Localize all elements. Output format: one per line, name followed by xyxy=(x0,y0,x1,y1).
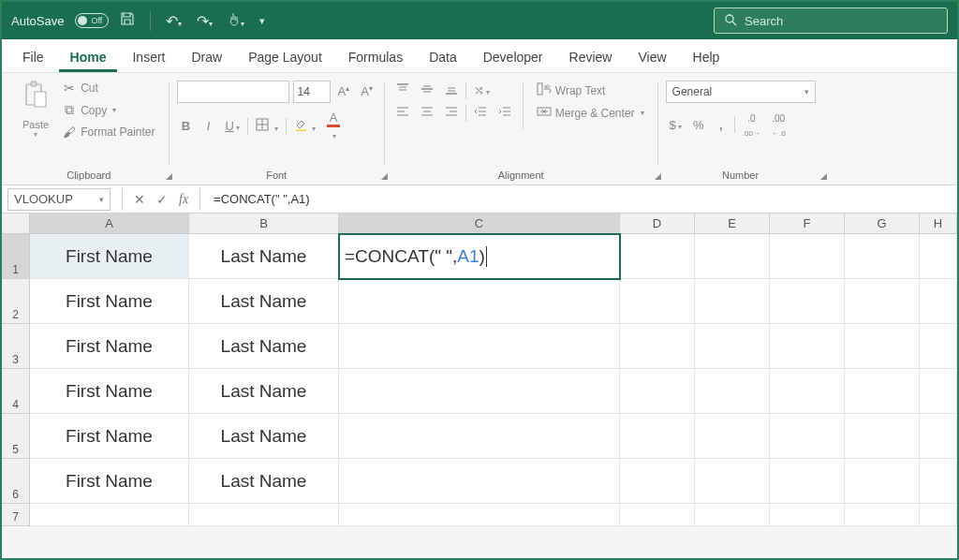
cell-A1[interactable]: First Name xyxy=(30,234,189,279)
cell[interactable] xyxy=(620,459,695,504)
number-format-select[interactable]: General ▾ xyxy=(666,81,816,103)
font-color-button[interactable]: A xyxy=(323,109,344,143)
cell-A5[interactable]: First Name xyxy=(30,414,189,459)
cell[interactable] xyxy=(770,504,845,526)
col-header-A[interactable]: A xyxy=(30,214,189,234)
search-input[interactable] xyxy=(745,14,937,28)
cell[interactable] xyxy=(845,279,920,324)
formula-input[interactable]: =CONCAT(" ",A1) xyxy=(206,192,957,206)
increase-decimal-icon[interactable]: .0.00→ xyxy=(739,109,764,140)
cell[interactable] xyxy=(920,279,957,324)
underline-button[interactable]: U xyxy=(222,117,243,135)
cell[interactable] xyxy=(770,369,845,414)
cell[interactable] xyxy=(339,369,620,414)
percent-button[interactable]: % xyxy=(689,116,708,134)
cell-A4[interactable]: First Name xyxy=(30,369,189,414)
select-all-corner[interactable] xyxy=(2,214,30,234)
cell[interactable] xyxy=(339,279,620,324)
bold-button[interactable]: B xyxy=(177,117,196,135)
font-size-select[interactable] xyxy=(293,81,331,103)
row-header[interactable]: 6 xyxy=(2,459,30,504)
align-middle-icon[interactable] xyxy=(417,81,437,100)
cell[interactable] xyxy=(845,504,920,526)
dialog-launcher-icon[interactable]: ◢ xyxy=(820,171,827,181)
decrease-indent-icon[interactable] xyxy=(470,103,491,123)
cell[interactable] xyxy=(695,369,770,414)
cell[interactable] xyxy=(845,234,920,279)
tab-file[interactable]: File xyxy=(11,42,55,72)
increase-font-icon[interactable]: A▴ xyxy=(334,82,354,100)
cell[interactable] xyxy=(339,324,620,369)
cell-B3[interactable]: Last Name xyxy=(189,324,339,369)
cancel-formula-icon[interactable]: ✕ xyxy=(128,192,151,207)
cell[interactable] xyxy=(339,459,620,504)
tab-developer[interactable]: Developer xyxy=(472,42,554,72)
cell-B2[interactable]: Last Name xyxy=(189,279,339,324)
italic-button[interactable]: I xyxy=(199,117,218,135)
decrease-decimal-icon[interactable]: .00←.0 xyxy=(768,109,789,140)
increase-indent-icon[interactable] xyxy=(494,103,515,123)
tab-insert[interactable]: Insert xyxy=(121,42,176,72)
cell[interactable] xyxy=(339,504,620,526)
align-center-icon[interactable] xyxy=(417,103,437,123)
cell[interactable] xyxy=(695,459,770,504)
cell[interactable] xyxy=(770,459,845,504)
tab-page-layout[interactable]: Page Layout xyxy=(237,42,333,72)
row-header[interactable]: 2 xyxy=(2,279,30,324)
cell[interactable] xyxy=(920,324,957,369)
cell[interactable] xyxy=(920,234,957,279)
col-header-H[interactable]: H xyxy=(920,214,957,234)
cell[interactable] xyxy=(770,234,845,279)
tab-home[interactable]: Home xyxy=(59,42,118,72)
row-header[interactable]: 1 xyxy=(2,234,30,279)
cell[interactable] xyxy=(620,234,695,279)
font-family-select[interactable] xyxy=(177,81,289,103)
cell-A6[interactable]: First Name xyxy=(30,459,189,504)
tab-help[interactable]: Help xyxy=(682,42,731,72)
cell-B4[interactable]: Last Name xyxy=(189,369,339,414)
col-header-D[interactable]: D xyxy=(620,214,695,234)
borders-button[interactable] xyxy=(252,116,282,136)
cell[interactable] xyxy=(620,414,695,459)
cell[interactable] xyxy=(620,504,695,526)
fill-color-button[interactable] xyxy=(290,116,320,136)
row-header[interactable]: 7 xyxy=(2,504,30,526)
customize-qat-icon[interactable]: ▾ xyxy=(256,15,269,27)
align-left-icon[interactable] xyxy=(392,103,413,123)
cell[interactable] xyxy=(620,324,695,369)
cell[interactable] xyxy=(845,414,920,459)
cell[interactable] xyxy=(189,504,339,526)
cell[interactable] xyxy=(620,369,695,414)
autosave-toggle[interactable]: Off xyxy=(75,13,109,28)
format-painter-button[interactable]: 🖌Format Painter xyxy=(56,123,160,141)
paste-button[interactable]: Paste ▾ xyxy=(17,77,54,142)
tab-draw[interactable]: Draw xyxy=(180,42,233,72)
fx-icon[interactable]: fx xyxy=(173,192,194,207)
cell[interactable] xyxy=(845,369,920,414)
cell-A3[interactable]: First Name xyxy=(30,324,189,369)
cell[interactable] xyxy=(695,414,770,459)
cell[interactable] xyxy=(695,504,770,526)
cell[interactable] xyxy=(845,324,920,369)
enter-formula-icon[interactable]: ✓ xyxy=(151,192,173,207)
col-header-B[interactable]: B xyxy=(189,214,339,234)
orientation-icon[interactable]: ⤭ xyxy=(470,81,494,99)
cell[interactable] xyxy=(920,369,957,414)
cell[interactable] xyxy=(770,279,845,324)
cell[interactable] xyxy=(695,279,770,324)
cell[interactable] xyxy=(845,459,920,504)
align-right-icon[interactable] xyxy=(441,103,462,123)
cell[interactable] xyxy=(620,279,695,324)
align-bottom-icon[interactable] xyxy=(441,81,462,100)
copy-button[interactable]: ⧉Copy▾ xyxy=(56,100,160,120)
tab-formulas[interactable]: Formulas xyxy=(337,42,414,72)
cell[interactable] xyxy=(695,234,770,279)
col-header-C[interactable]: C xyxy=(339,214,620,234)
save-icon[interactable] xyxy=(116,11,139,30)
currency-button[interactable]: $ xyxy=(666,116,686,134)
cell-B5[interactable]: Last Name xyxy=(189,414,339,459)
name-box[interactable]: VLOOKUP ▾ xyxy=(7,188,111,211)
cell[interactable] xyxy=(770,324,845,369)
tab-review[interactable]: Review xyxy=(558,42,624,72)
cut-button[interactable]: ✂Cut xyxy=(56,79,160,97)
